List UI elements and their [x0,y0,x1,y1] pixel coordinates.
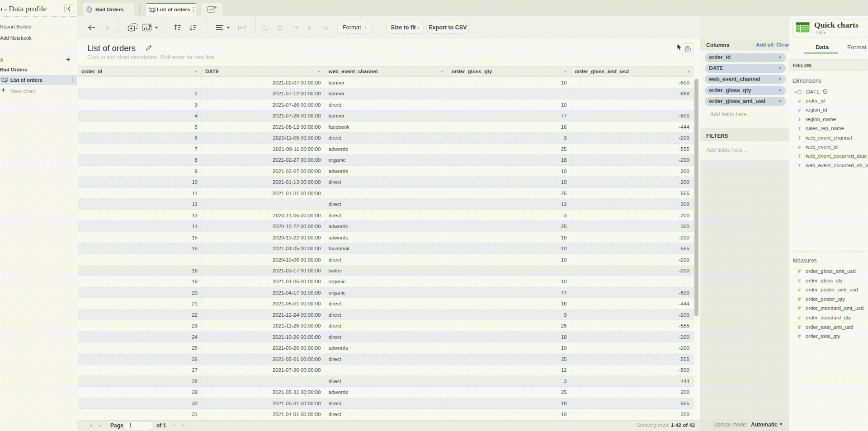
svg-text:.0: .0 [262,24,266,28]
svg-text:.00: .00 [277,24,283,28]
